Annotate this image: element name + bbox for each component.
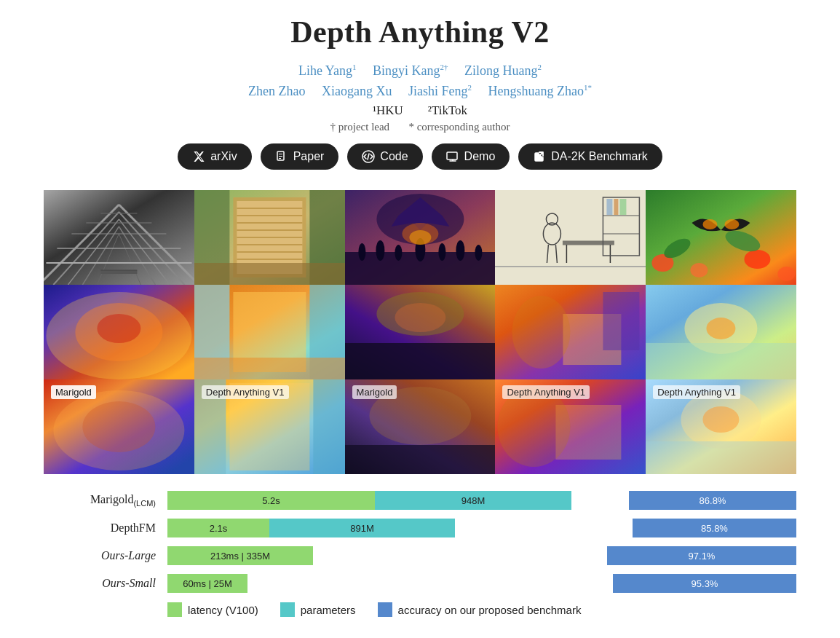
svg-rect-25 [100, 270, 137, 274]
code-label: Code [380, 150, 408, 163]
affil-tiktok: ²TikTok [428, 103, 467, 117]
svg-point-49 [456, 240, 464, 261]
bench-label-ours-large: Ours-Large [44, 549, 167, 562]
svg-rect-85 [194, 358, 345, 379]
legend-params: parameters [280, 602, 356, 617]
legend-accuracy: accuracy on our proposed benchmark [378, 602, 582, 617]
svg-rect-2 [279, 156, 282, 157]
svg-rect-89 [345, 343, 496, 379]
grid-cell-r1-fantasy [345, 190, 496, 285]
footnote-corresponding: * corresponding author [408, 121, 510, 133]
legend-latency: latency (V100) [167, 602, 258, 617]
grid-cell-r2-bridge [44, 285, 194, 379]
authors-line1: Lihe Yang1 Bingyi Kang2† Zilong Huang2 [44, 63, 796, 79]
demo-button[interactable]: Demo [432, 143, 510, 170]
grid-cell-r2-room [194, 285, 345, 379]
legend-blue-box [378, 602, 392, 617]
bench-row-depthfm: DepthFM 2.1s 891M 85.8% [44, 516, 796, 540]
svg-rect-107 [345, 445, 496, 474]
bar-accuracy-ours-small: 95.3% [613, 574, 796, 593]
label-r3-sketch: Depth Anything V1 [502, 385, 590, 399]
svg-point-76 [725, 219, 740, 229]
bench-label-depthfm: DepthFM [44, 521, 167, 535]
svg-point-71 [745, 250, 771, 269]
paper-button[interactable]: Paper [261, 143, 339, 170]
svg-rect-65 [614, 199, 619, 215]
bar-latency-ours-large: 213ms | 335M [167, 546, 313, 565]
grid-cell-r3-sketch: Depth Anything V1 [495, 379, 646, 474]
svg-rect-93 [603, 292, 640, 350]
svg-rect-64 [607, 199, 613, 215]
accuracy-text-ours-large: 97.1% [689, 551, 716, 562]
svg-rect-104 [313, 379, 344, 474]
grid-cell-r3-bridge: Marigold Marigold [44, 379, 194, 474]
bar-latency-depthfm: 2.1s [167, 519, 269, 537]
author-zhen-zhao[interactable]: Zhen Zhao [248, 84, 305, 98]
accuracy-text-marigold: 86.8% [700, 495, 726, 506]
bar-accuracy-marigold: 86.8% [629, 491, 796, 510]
svg-point-52 [409, 230, 431, 245]
svg-point-92 [512, 296, 571, 369]
arxiv-button[interactable]: arXiv [178, 143, 251, 170]
x-icon [192, 150, 205, 163]
legend-params-label: parameters [301, 604, 356, 616]
svg-point-44 [358, 243, 365, 261]
author-jiashi-feng[interactable]: Jiashi Feng2 [408, 84, 472, 98]
title-section: Depth Anything V2 [44, 15, 796, 50]
accuracy-text-depthfm: 85.8% [701, 523, 728, 534]
bench-row-marigold: Marigold(LCM) 5.2s 948M 86.8% [44, 489, 796, 512]
bench-row-ours-large: Ours-Large 213ms | 335M 97.1% [44, 544, 796, 567]
footnote-lead: † project lead [330, 121, 389, 133]
label-r3-bridge: Marigold [51, 385, 96, 399]
paper-icon [275, 150, 288, 163]
svg-point-100 [82, 401, 155, 452]
author-zilong-huang[interactable]: Zilong Huang2 [464, 63, 542, 78]
legend-section: latency (V100) parameters accuracy on ou… [44, 602, 796, 617]
svg-point-50 [475, 245, 482, 261]
bench-bars-marigold: 5.2s 948M 86.8% [167, 491, 796, 510]
grid-cell-r1-bridge [44, 190, 194, 285]
bench-bars-depthfm: 2.1s 891M 85.8% [167, 519, 796, 537]
svg-rect-97 [646, 343, 796, 379]
legend-green-box [167, 602, 182, 617]
paper-label: Paper [293, 150, 325, 163]
params-text-depthfm: 891M [350, 523, 374, 534]
da2k-button[interactable]: DA-2K Benchmark [518, 143, 662, 170]
bar-latency-marigold: 5.2s [167, 491, 375, 510]
author-hengshuang-zhao[interactable]: Hengshuang Zhao1* [488, 84, 592, 98]
bench-bars-ours-small: 60ms | 25M 95.3% [167, 574, 796, 593]
page-container: Depth Anything V2 Lihe Yang1 Bingyi Kang… [0, 0, 840, 638]
code-button[interactable]: Code [347, 143, 422, 170]
grid-cell-r2-fantasy [345, 285, 496, 379]
latency-text-ours-large: 213ms | 335M [210, 551, 270, 562]
params-text-marigold: 948M [461, 495, 486, 506]
legend-accuracy-label: accuracy on our proposed benchmark [398, 604, 582, 616]
footnotes: † project lead * corresponding author [44, 121, 796, 133]
grid-cell-r1-room [194, 190, 345, 285]
bench-row-ours-small: Ours-Small 60ms | 25M 95.3% [44, 572, 796, 595]
author-xiaogang-xu[interactable]: Xiaogang Xu [322, 84, 392, 98]
affil-hku: ¹HKU [373, 103, 403, 117]
bar-accuracy-ours-large: 97.1% [607, 546, 796, 565]
svg-rect-1 [279, 154, 282, 154]
page-title: Depth Anything V2 [44, 15, 796, 50]
benchmark-section: Marigold(LCM) 5.2s 948M 86.8% DepthFM 2.… [44, 489, 796, 595]
bench-label-ours-small: Ours-Small [44, 577, 167, 590]
grid-cell-r2-butterfly [646, 285, 796, 379]
legend-teal-box [280, 602, 295, 617]
image-grid: Marigold Marigold Depth Anyth [44, 190, 796, 474]
bar-accuracy-depthfm: 85.8% [633, 519, 796, 537]
svg-rect-114 [646, 441, 796, 474]
bar-latency-ours-small: 60ms | 25M [167, 574, 247, 593]
arxiv-label: arXiv [210, 150, 237, 163]
svg-point-96 [707, 318, 736, 339]
svg-point-72 [778, 267, 796, 281]
svg-line-5 [368, 154, 369, 160]
bar-params-depthfm: 891M [269, 519, 455, 537]
grid-cell-r3-fantasy: Marigold [345, 379, 496, 474]
author-lihe-yang[interactable]: Lihe Yang1 [298, 63, 357, 78]
author-bingyi-kang[interactable]: Bingyi Kang2† [373, 63, 448, 78]
svg-point-70 [691, 263, 708, 277]
share-icon [533, 150, 546, 163]
code-icon [362, 150, 375, 163]
